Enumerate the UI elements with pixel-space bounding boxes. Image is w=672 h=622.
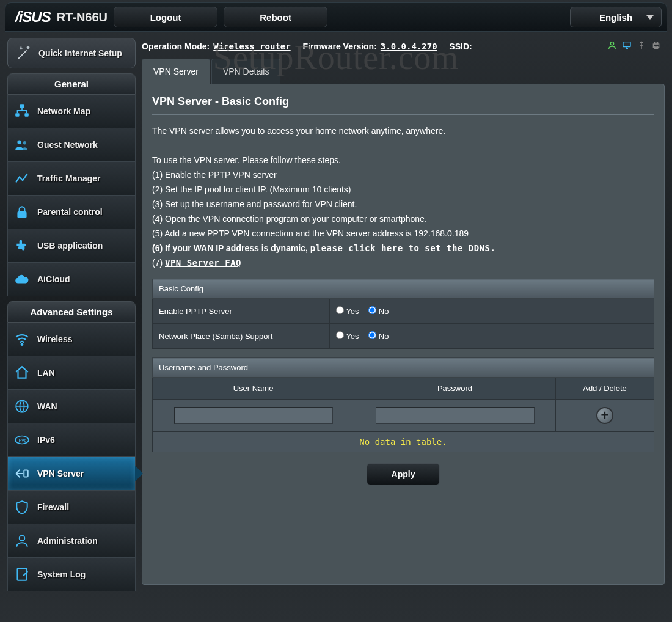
logout-button[interactable]: Logout: [114, 7, 217, 27]
password-input[interactable]: [376, 407, 535, 424]
quick-internet-setup-button[interactable]: Quick Internet Setup: [7, 38, 136, 68]
reboot-button[interactable]: Reboot: [224, 7, 327, 27]
userpass-header: Username and Password: [153, 358, 654, 378]
sidebar-item-lan[interactable]: LAN: [7, 356, 136, 390]
col-password: Password: [354, 378, 556, 400]
no-data-message: No data in table.: [152, 432, 654, 452]
step-7: (7) VPN Server FAQ: [152, 255, 654, 270]
row-samba-label: Network Place (Samba) Support: [153, 324, 330, 349]
tab-vpn-details[interactable]: VPN Details: [211, 59, 280, 84]
svg-point-3: [17, 140, 21, 144]
svg-point-4: [23, 141, 26, 144]
ssid-label: SSID:: [449, 42, 472, 51]
brand-logo: /iSUS: [15, 9, 51, 26]
sidebar-item-wireless[interactable]: Wireless: [7, 323, 136, 356]
usb-status-icon[interactable]: [637, 40, 646, 53]
apply-button[interactable]: Apply: [367, 463, 440, 485]
col-action: Add / Delete: [556, 378, 654, 400]
globe-icon: [14, 398, 30, 414]
sidebar-item-parental-control[interactable]: Parental control: [7, 196, 136, 229]
wand-icon: [15, 45, 32, 62]
samba-no-option[interactable]: No: [368, 332, 389, 341]
sidebar-item-vpn-server[interactable]: VPN Server: [7, 457, 136, 491]
steps-lead: To use the VPN server. Please follow the…: [152, 153, 654, 167]
language-label: English: [599, 12, 632, 23]
svg-text:IPv6: IPv6: [17, 437, 26, 443]
lock-icon: [14, 204, 30, 220]
guest-network-icon: [14, 137, 30, 153]
sidebar: Quick Internet Setup General Network Map…: [7, 38, 136, 591]
sidebar-item-network-map[interactable]: Network Map: [7, 95, 136, 128]
network-map-icon: [14, 103, 30, 119]
svg-rect-14: [623, 42, 630, 47]
step-3: (3) Set up the username and password for…: [152, 197, 654, 211]
svg-point-13: [610, 42, 613, 45]
sidebar-item-traffic-manager[interactable]: Traffic Manager: [7, 162, 136, 196]
content-area: Operation Mode: Wireless router Firmware…: [142, 38, 665, 591]
ipv6-icon: IPv6: [14, 432, 30, 448]
fw-link[interactable]: 3.0.0.4.270: [381, 42, 437, 51]
puzzle-icon: [14, 238, 30, 254]
log-icon: [14, 566, 30, 582]
svg-point-11: [20, 535, 25, 541]
wifi-icon: [14, 331, 30, 347]
step-2: (2) Set the IP pool for client IP. (Maxi…: [152, 182, 654, 197]
sidebar-item-administration[interactable]: Administration: [7, 524, 136, 558]
chevron-down-icon: [646, 15, 654, 20]
step-5: (5) Add a new PPTP VPN connection and th…: [152, 226, 654, 241]
samba-yes-option[interactable]: Yes: [336, 332, 359, 341]
faq-link[interactable]: VPN Server FAQ: [165, 258, 241, 268]
op-mode-link[interactable]: Wireless router: [213, 42, 290, 51]
cloud-icon: [14, 271, 30, 287]
step-6: (6) If your WAN IP address is dynamic, p…: [152, 241, 654, 255]
model-label: RT-N66U: [57, 10, 108, 24]
svg-rect-2: [24, 113, 29, 116]
language-select[interactable]: English: [570, 7, 662, 27]
printer-status-icon[interactable]: [651, 40, 661, 53]
svg-rect-5: [17, 211, 26, 218]
fw-label: Firmware Version:: [302, 42, 376, 51]
qis-label: Quick Internet Setup: [38, 48, 122, 58]
username-input[interactable]: [174, 407, 333, 424]
sidebar-item-firewall[interactable]: Firewall: [7, 491, 136, 524]
sidebar-item-wan[interactable]: WAN: [7, 390, 136, 423]
pptp-no-option[interactable]: No: [368, 307, 389, 316]
svg-rect-10: [24, 470, 28, 477]
basic-config-header: Basic Config: [153, 279, 654, 299]
traffic-manager-icon: [14, 170, 30, 186]
tab-vpn-server[interactable]: VPN Server: [142, 59, 210, 84]
sidebar-item-system-log[interactable]: System Log: [7, 558, 136, 591]
section-general-header: General: [7, 73, 136, 95]
col-username: User Name: [153, 378, 354, 400]
step-1: (1) Enable the PPTP VPN server: [152, 167, 654, 182]
row-enable-pptp-label: Enable PPTP Server: [153, 299, 330, 324]
step-4: (4) Open the VPN connection program on y…: [152, 211, 654, 226]
add-button[interactable]: [596, 407, 613, 424]
monitor-status-icon[interactable]: [622, 40, 632, 53]
svg-rect-0: [20, 104, 24, 108]
home-icon: [14, 365, 30, 381]
section-advanced-header: Advanced Settings: [7, 301, 136, 323]
user-status-icon[interactable]: [607, 40, 617, 53]
svg-rect-1: [15, 113, 20, 116]
pptp-yes-option[interactable]: Yes: [336, 307, 359, 316]
op-mode-label: Operation Mode:: [142, 42, 210, 51]
ddns-link[interactable]: please click here to set the DDNS.: [310, 243, 496, 253]
sidebar-item-aicloud[interactable]: AiCloud: [7, 263, 136, 296]
admin-icon: [14, 533, 30, 549]
page-panel: VPN Server - Basic Config The VPN server…: [142, 84, 665, 585]
svg-point-6: [21, 343, 23, 345]
shield-icon: [14, 499, 30, 515]
vpn-icon: [14, 466, 30, 481]
sidebar-item-guest-network[interactable]: Guest Network: [7, 128, 136, 162]
sidebar-item-ipv6[interactable]: IPv6 IPv6: [7, 423, 136, 457]
intro-text: The VPN server allows you to access your…: [152, 123, 654, 138]
header-bar: /iSUS RT-N66U Logout Reboot English: [5, 2, 667, 32]
page-title: VPN Server - Basic Config: [152, 95, 654, 115]
info-bar: Operation Mode: Wireless router Firmware…: [142, 38, 665, 59]
sidebar-item-usb-application[interactable]: USB application: [7, 229, 136, 263]
svg-rect-16: [654, 42, 657, 44]
